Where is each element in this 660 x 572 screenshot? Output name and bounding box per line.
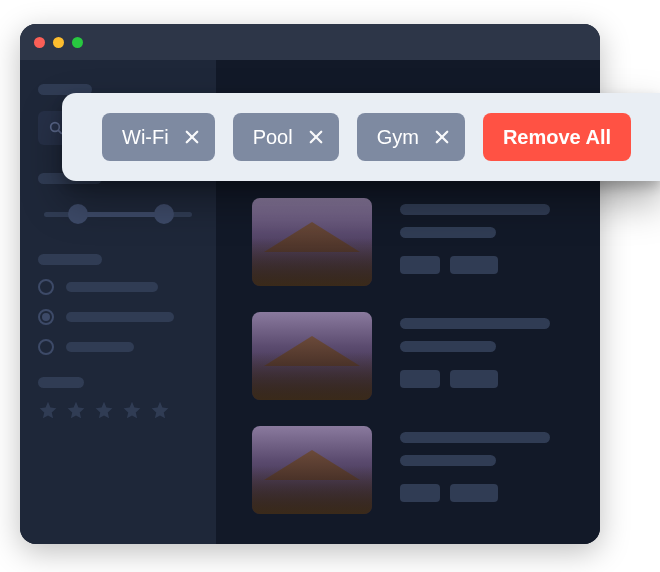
window-titlebar — [20, 24, 600, 60]
result-title — [400, 318, 550, 329]
result-info — [400, 198, 576, 286]
slider-handle-max[interactable] — [154, 204, 174, 224]
remove-chip-icon[interactable] — [307, 128, 325, 146]
remove-chip-icon[interactable] — [433, 128, 451, 146]
result-thumbnail — [252, 198, 372, 286]
result-tags — [400, 370, 576, 388]
star-icon[interactable] — [94, 400, 114, 420]
result-info — [400, 312, 576, 400]
result-subtitle — [400, 341, 496, 352]
result-title — [400, 204, 550, 215]
minimize-window-button[interactable] — [53, 37, 64, 48]
filter-chip-gym[interactable]: Gym — [357, 113, 465, 161]
result-thumbnail — [252, 312, 372, 400]
result-item[interactable] — [252, 426, 576, 514]
result-tag — [450, 370, 498, 388]
star-icon[interactable] — [66, 400, 86, 420]
chip-label: Gym — [377, 126, 419, 149]
result-tag — [400, 484, 440, 502]
chip-label: Wi-Fi — [122, 126, 169, 149]
radio-label — [66, 312, 174, 322]
radio-option-3[interactable] — [38, 339, 198, 355]
star-rating-filter[interactable] — [38, 400, 198, 420]
chip-label: Pool — [253, 126, 293, 149]
remove-all-button[interactable]: Remove All — [483, 113, 631, 161]
filter-chip-wifi[interactable]: Wi-Fi — [102, 113, 215, 161]
radio-label — [66, 282, 158, 292]
remove-chip-icon[interactable] — [183, 128, 201, 146]
slider-handle-min[interactable] — [68, 204, 88, 224]
result-item[interactable] — [252, 312, 576, 400]
result-thumbnail — [252, 426, 372, 514]
active-filters-bar: Wi-Fi Pool Gym Remove All — [62, 93, 660, 181]
result-title — [400, 432, 550, 443]
filter-chip-pool[interactable]: Pool — [233, 113, 339, 161]
radio-icon — [38, 339, 54, 355]
options-radio-group — [38, 279, 198, 355]
price-range-slider[interactable] — [38, 198, 198, 230]
result-tag — [400, 256, 440, 274]
rating-heading — [38, 377, 84, 388]
result-tags — [400, 256, 576, 274]
result-subtitle — [400, 455, 496, 466]
radio-option-2[interactable] — [38, 309, 198, 325]
result-tag — [450, 484, 498, 502]
svg-line-1 — [58, 130, 61, 133]
star-icon[interactable] — [150, 400, 170, 420]
result-info — [400, 426, 576, 514]
result-tag — [400, 370, 440, 388]
radio-icon — [38, 309, 54, 325]
result-tag — [450, 256, 498, 274]
options-heading — [38, 254, 102, 265]
slider-fill — [76, 212, 162, 217]
star-icon[interactable] — [122, 400, 142, 420]
star-icon[interactable] — [38, 400, 58, 420]
radio-icon — [38, 279, 54, 295]
close-window-button[interactable] — [34, 37, 45, 48]
radio-option-1[interactable] — [38, 279, 198, 295]
maximize-window-button[interactable] — [72, 37, 83, 48]
result-subtitle — [400, 227, 496, 238]
remove-all-label: Remove All — [503, 126, 611, 149]
radio-label — [66, 342, 134, 352]
result-tags — [400, 484, 576, 502]
result-item[interactable] — [252, 198, 576, 286]
